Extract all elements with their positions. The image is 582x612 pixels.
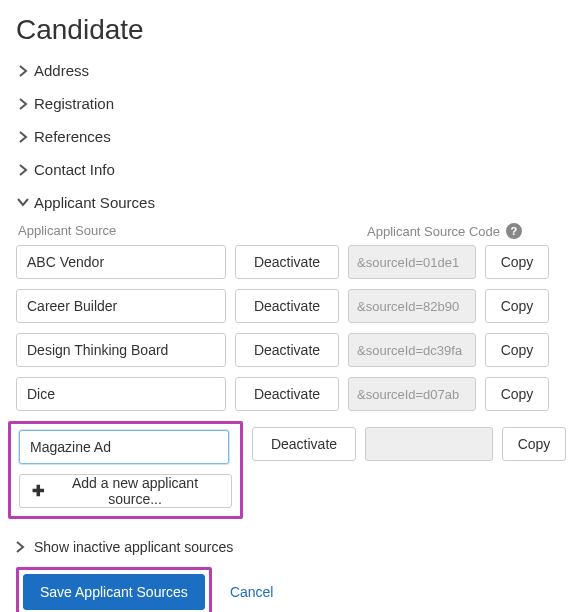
accordion-label: Address (34, 62, 89, 79)
chevron-right-icon (16, 65, 30, 77)
chevron-right-icon (16, 164, 30, 176)
copy-button[interactable]: Copy (485, 333, 549, 367)
highlight-save: Save Applicant Sources (16, 567, 212, 612)
cancel-link[interactable]: Cancel (230, 584, 274, 600)
accordion-registration[interactable]: Registration (16, 87, 566, 120)
deactivate-button[interactable]: Deactivate (235, 333, 339, 367)
save-applicant-sources-button[interactable]: Save Applicant Sources (23, 574, 205, 610)
applicant-source-code (348, 245, 476, 279)
applicant-source-row: DeactivateCopy (16, 333, 566, 367)
accordion-applicant-sources[interactable]: Applicant Sources (16, 186, 566, 219)
add-applicant-source-button[interactable]: ✚Add a new applicant source... (19, 474, 232, 508)
copy-button[interactable]: Copy (485, 377, 549, 411)
applicant-source-code (348, 289, 476, 323)
accordion-contact-info[interactable]: Contact Info (16, 153, 566, 186)
applicant-source-row: DeactivateCopy (16, 377, 566, 411)
accordion-label: Registration (34, 95, 114, 112)
deactivate-button[interactable]: Deactivate (252, 427, 356, 461)
copy-button[interactable]: Copy (485, 289, 549, 323)
applicant-source-input[interactable] (16, 377, 226, 411)
chevron-right-icon (16, 131, 30, 143)
page-title: Candidate (16, 14, 566, 46)
deactivate-button[interactable]: Deactivate (235, 245, 339, 279)
deactivate-button[interactable]: Deactivate (235, 289, 339, 323)
accordion-label: Contact Info (34, 161, 115, 178)
applicant-source-row: ✚Add a new applicant source...Deactivate… (16, 421, 566, 519)
show-inactive-toggle[interactable]: Show inactive applicant sources (16, 529, 566, 563)
accordion-label: References (34, 128, 111, 145)
copy-button[interactable]: Copy (502, 427, 566, 461)
highlight-new-source: ✚Add a new applicant source... (8, 421, 243, 519)
accordion-label: Applicant Sources (34, 194, 155, 211)
deactivate-button[interactable]: Deactivate (235, 377, 339, 411)
applicant-source-code (365, 427, 493, 461)
chevron-right-icon (16, 98, 30, 110)
applicant-source-input[interactable] (16, 333, 226, 367)
help-icon[interactable]: ? (506, 223, 522, 239)
applicant-source-row: DeactivateCopy (16, 289, 566, 323)
applicant-source-code (348, 377, 476, 411)
column-header-source: Applicant Source (16, 223, 254, 239)
plus-icon: ✚ (32, 482, 45, 500)
applicant-source-row: DeactivateCopy (16, 245, 566, 279)
accordion-references[interactable]: References (16, 120, 566, 153)
applicant-sources-header: Applicant Source Applicant Source Code ? (16, 223, 566, 239)
show-inactive-label: Show inactive applicant sources (34, 539, 233, 555)
copy-button[interactable]: Copy (485, 245, 549, 279)
applicant-source-code (348, 333, 476, 367)
applicant-source-input[interactable] (16, 289, 226, 323)
applicant-source-input[interactable] (16, 245, 226, 279)
applicant-source-input[interactable] (19, 430, 229, 464)
column-header-code: Applicant Source Code (367, 224, 500, 239)
accordion-address[interactable]: Address (16, 54, 566, 87)
add-applicant-source-label: Add a new applicant source... (51, 475, 219, 507)
chevron-down-icon (16, 198, 30, 207)
chevron-right-icon (16, 541, 30, 553)
